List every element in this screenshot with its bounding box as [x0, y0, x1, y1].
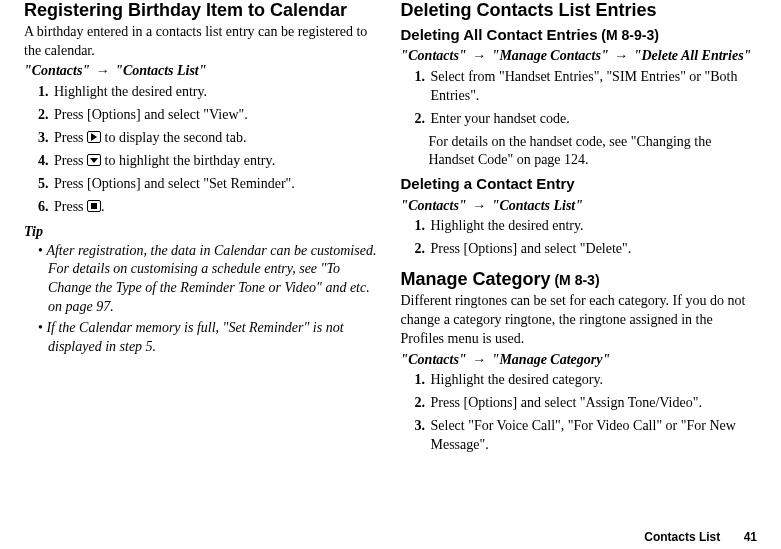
step-text: to display the second tab. [101, 130, 246, 145]
step-text: to highlight the birthday entry. [101, 153, 275, 168]
center-key-icon [87, 200, 101, 212]
left-column: Registering Birthday Item to Calendar A … [24, 0, 381, 523]
heading-register-birthday: Registering Birthday Item to Calendar [24, 0, 381, 21]
step-text: Press [54, 153, 87, 168]
step: Press [Options] and select "Assign Tone/… [429, 394, 758, 413]
dpad-down-icon [87, 154, 101, 166]
step: Press to highlight the birthday entry. [52, 152, 381, 171]
step: Highlight the desired entry. [429, 217, 758, 236]
heading-text: Manage Category [401, 269, 551, 289]
step: Press [Options] and select "Delete". [429, 240, 758, 259]
step-text: . [101, 199, 105, 214]
step: Press [Options] and select "Set Reminder… [52, 175, 381, 194]
arrow-icon: → [94, 63, 112, 78]
step: Select from "Handset Entries", "SIM Entr… [429, 68, 758, 106]
steps-delete-entry: Highlight the desired entry. Press [Opti… [401, 217, 758, 259]
heading-delete-all: Deleting All Contact Entries (M 8-9-3) [401, 25, 758, 45]
crumb-part: "Contacts" [401, 352, 467, 367]
crumb-part: "Manage Contacts" [492, 48, 609, 63]
tip-item: After registration, the data in Calendar… [38, 242, 381, 318]
page: Registering Birthday Item to Calendar A … [0, 0, 781, 549]
arrow-icon: → [470, 352, 488, 367]
step-text: Press [54, 199, 87, 214]
crumb-part: "Contacts" [24, 63, 90, 78]
breadcrumb-register: "Contacts" → "Contacts List" [24, 62, 381, 81]
page-footer: Contacts List 41 [24, 523, 757, 549]
step: Press to display the second tab. [52, 129, 381, 148]
dpad-right-icon [87, 131, 101, 143]
steps-delete-all: Select from "Handset Entries", "SIM Entr… [401, 68, 758, 129]
heading-delete-entry: Deleting a Contact Entry [401, 174, 758, 194]
manage-category-intro: Different ringtones can be set for each … [401, 292, 758, 349]
content-columns: Registering Birthday Item to Calendar A … [24, 0, 757, 523]
crumb-part: "Contacts" [401, 48, 467, 63]
steps-manage-category: Highlight the desired category. Press [O… [401, 371, 758, 455]
heading-text: Deleting All Contact Entries [401, 26, 598, 43]
heading-manage-category: Manage Category (M 8-3) [401, 269, 758, 290]
menu-code: (M 8-3) [551, 272, 600, 288]
step: Press . [52, 198, 381, 217]
step-text: Press [54, 130, 87, 145]
tip-list: After registration, the data in Calendar… [24, 242, 381, 357]
crumb-part: "Contacts List" [492, 198, 583, 213]
tip-item: If the Calendar memory is full, "Set Rem… [38, 319, 381, 357]
step: Enter your handset code. [429, 110, 758, 129]
step: Select "For Voice Call", "For Video Call… [429, 417, 758, 455]
crumb-part: "Contacts" [401, 198, 467, 213]
step-note: For details on the handset code, see "Ch… [429, 133, 758, 171]
heading-deleting-entries: Deleting Contacts List Entries [401, 0, 758, 21]
menu-code: (M 8-9-3) [597, 27, 658, 43]
arrow-icon: → [470, 48, 488, 63]
step: Highlight the desired category. [429, 371, 758, 390]
footer-title: Contacts List [644, 530, 720, 544]
breadcrumb-delete-all: "Contacts" → "Manage Contacts" → "Delete… [401, 47, 758, 66]
step: Press [Options] and select "View". [52, 106, 381, 125]
crumb-part: "Delete All Entries" [634, 48, 752, 63]
tip-heading: Tip [24, 223, 381, 242]
arrow-icon: → [612, 48, 630, 63]
page-number: 41 [744, 530, 757, 544]
crumb-part: "Contacts List" [115, 63, 206, 78]
crumb-part: "Manage Category" [492, 352, 611, 367]
breadcrumb-delete-entry: "Contacts" → "Contacts List" [401, 197, 758, 216]
breadcrumb-manage-category: "Contacts" → "Manage Category" [401, 351, 758, 370]
intro-text: A birthday entered in a contacts list en… [24, 23, 381, 61]
steps-register: Highlight the desired entry. Press [Opti… [24, 83, 381, 216]
step: Highlight the desired entry. [52, 83, 381, 102]
right-column: Deleting Contacts List Entries Deleting … [401, 0, 758, 523]
arrow-icon: → [470, 198, 488, 213]
